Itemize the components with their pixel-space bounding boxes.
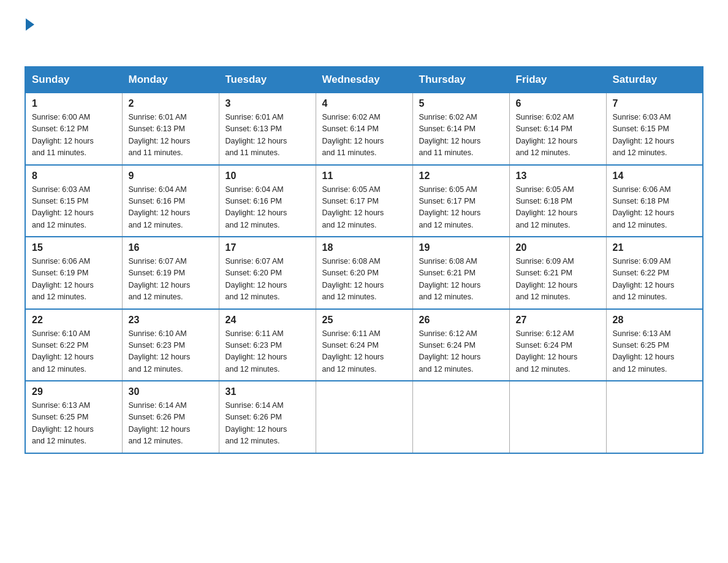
day-number: 20 (516, 242, 600, 253)
day-info: Sunrise: 6:02 AM Sunset: 6:14 PM Dayligh… (516, 112, 600, 159)
day-info: Sunrise: 6:01 AM Sunset: 6:13 PM Dayligh… (226, 112, 309, 159)
day-info: Sunrise: 6:05 AM Sunset: 6:18 PM Dayligh… (516, 184, 600, 232)
day-info: Sunrise: 6:10 AM Sunset: 6:22 PM Dayligh… (32, 328, 116, 376)
day-info: Sunrise: 6:11 AM Sunset: 6:23 PM Dayligh… (226, 328, 309, 376)
day-number: 18 (322, 242, 406, 253)
day-number: 25 (322, 315, 406, 326)
day-number: 21 (613, 242, 697, 253)
day-info: Sunrise: 6:06 AM Sunset: 6:18 PM Dayligh… (613, 184, 697, 232)
day-info: Sunrise: 6:07 AM Sunset: 6:20 PM Dayligh… (226, 256, 309, 304)
calendar-cell: 28 Sunrise: 6:13 AM Sunset: 6:25 PM Dayl… (606, 309, 703, 381)
day-number: 5 (419, 98, 503, 109)
day-info: Sunrise: 6:12 AM Sunset: 6:24 PM Dayligh… (419, 328, 503, 376)
calendar-cell: 16 Sunrise: 6:07 AM Sunset: 6:19 PM Dayl… (122, 237, 219, 309)
calendar-table: SundayMondayTuesdayWednesdayThursdayFrid… (25, 66, 703, 454)
calendar-cell: 6 Sunrise: 6:02 AM Sunset: 6:14 PM Dayli… (509, 93, 606, 165)
day-number: 17 (226, 242, 309, 253)
logo-arrow-icon (26, 18, 34, 31)
day-number: 23 (129, 315, 213, 326)
day-info: Sunrise: 6:03 AM Sunset: 6:15 PM Dayligh… (613, 112, 697, 159)
day-info: Sunrise: 6:09 AM Sunset: 6:21 PM Dayligh… (516, 256, 600, 304)
calendar-cell: 7 Sunrise: 6:03 AM Sunset: 6:15 PM Dayli… (606, 93, 703, 165)
day-number: 7 (613, 98, 697, 109)
day-info: Sunrise: 6:09 AM Sunset: 6:22 PM Dayligh… (613, 256, 697, 304)
calendar-cell: 14 Sunrise: 6:06 AM Sunset: 6:18 PM Dayl… (606, 165, 703, 237)
day-info: Sunrise: 6:11 AM Sunset: 6:24 PM Dayligh… (322, 328, 406, 376)
day-info: Sunrise: 6:14 AM Sunset: 6:26 PM Dayligh… (226, 400, 309, 448)
calendar-cell: 24 Sunrise: 6:11 AM Sunset: 6:23 PM Dayl… (219, 309, 316, 381)
day-number: 22 (32, 315, 116, 326)
day-info: Sunrise: 6:02 AM Sunset: 6:14 PM Dayligh… (419, 112, 503, 159)
day-number: 13 (516, 170, 600, 182)
column-header-thursday: Thursday (412, 67, 509, 93)
day-number: 1 (32, 98, 116, 109)
day-number: 8 (32, 170, 116, 182)
day-number: 3 (226, 98, 309, 109)
day-number: 2 (129, 98, 213, 109)
calendar-cell: 22 Sunrise: 6:10 AM Sunset: 6:22 PM Dayl… (25, 309, 122, 381)
calendar-cell: 17 Sunrise: 6:07 AM Sunset: 6:20 PM Dayl… (219, 237, 316, 309)
day-number: 27 (516, 315, 600, 326)
day-number: 12 (419, 170, 503, 182)
day-info: Sunrise: 6:02 AM Sunset: 6:14 PM Dayligh… (322, 112, 406, 159)
day-number: 10 (226, 170, 309, 182)
day-info: Sunrise: 6:10 AM Sunset: 6:23 PM Dayligh… (129, 328, 213, 376)
day-info: Sunrise: 6:00 AM Sunset: 6:12 PM Dayligh… (32, 112, 116, 159)
day-info: Sunrise: 6:08 AM Sunset: 6:20 PM Dayligh… (322, 256, 406, 304)
page-header (25, 18, 703, 54)
day-info: Sunrise: 6:03 AM Sunset: 6:15 PM Dayligh… (32, 184, 116, 232)
day-number: 26 (419, 315, 503, 326)
calendar-cell: 30 Sunrise: 6:14 AM Sunset: 6:26 PM Dayl… (122, 381, 219, 453)
calendar-cell: 20 Sunrise: 6:09 AM Sunset: 6:21 PM Dayl… (509, 237, 606, 309)
day-info: Sunrise: 6:07 AM Sunset: 6:19 PM Dayligh… (129, 256, 213, 304)
calendar-cell (606, 381, 703, 453)
calendar-cell: 12 Sunrise: 6:05 AM Sunset: 6:17 PM Dayl… (412, 165, 509, 237)
calendar-cell: 11 Sunrise: 6:05 AM Sunset: 6:17 PM Dayl… (316, 165, 412, 237)
calendar-header-row: SundayMondayTuesdayWednesdayThursdayFrid… (25, 67, 703, 93)
calendar-cell: 8 Sunrise: 6:03 AM Sunset: 6:15 PM Dayli… (25, 165, 122, 237)
day-number: 29 (32, 386, 116, 397)
calendar-week-row: 8 Sunrise: 6:03 AM Sunset: 6:15 PM Dayli… (25, 165, 703, 237)
day-number: 30 (129, 386, 213, 397)
calendar-cell: 5 Sunrise: 6:02 AM Sunset: 6:14 PM Dayli… (412, 93, 509, 165)
calendar-cell: 4 Sunrise: 6:02 AM Sunset: 6:14 PM Dayli… (316, 93, 412, 165)
column-header-monday: Monday (122, 67, 219, 93)
day-info: Sunrise: 6:01 AM Sunset: 6:13 PM Dayligh… (129, 112, 213, 159)
day-number: 24 (226, 315, 309, 326)
day-info: Sunrise: 6:14 AM Sunset: 6:26 PM Dayligh… (129, 400, 213, 448)
calendar-week-row: 15 Sunrise: 6:06 AM Sunset: 6:19 PM Dayl… (25, 237, 703, 309)
calendar-cell (509, 381, 606, 453)
column-header-tuesday: Tuesday (219, 67, 316, 93)
calendar-week-row: 1 Sunrise: 6:00 AM Sunset: 6:12 PM Dayli… (25, 93, 703, 165)
day-number: 31 (226, 386, 309, 397)
day-number: 14 (613, 170, 697, 182)
calendar-cell: 19 Sunrise: 6:08 AM Sunset: 6:21 PM Dayl… (412, 237, 509, 309)
calendar-cell: 29 Sunrise: 6:13 AM Sunset: 6:25 PM Dayl… (25, 381, 122, 453)
day-info: Sunrise: 6:08 AM Sunset: 6:21 PM Dayligh… (419, 256, 503, 304)
calendar-cell: 18 Sunrise: 6:08 AM Sunset: 6:20 PM Dayl… (316, 237, 412, 309)
calendar-cell: 13 Sunrise: 6:05 AM Sunset: 6:18 PM Dayl… (509, 165, 606, 237)
calendar-cell: 26 Sunrise: 6:12 AM Sunset: 6:24 PM Dayl… (412, 309, 509, 381)
calendar-cell (412, 381, 509, 453)
calendar-cell: 27 Sunrise: 6:12 AM Sunset: 6:24 PM Dayl… (509, 309, 606, 381)
day-info: Sunrise: 6:05 AM Sunset: 6:17 PM Dayligh… (419, 184, 503, 232)
calendar-cell (316, 381, 412, 453)
day-info: Sunrise: 6:12 AM Sunset: 6:24 PM Dayligh… (516, 328, 600, 376)
calendar-week-row: 29 Sunrise: 6:13 AM Sunset: 6:25 PM Dayl… (25, 381, 703, 453)
column-header-wednesday: Wednesday (316, 67, 412, 93)
logo (25, 18, 34, 54)
day-info: Sunrise: 6:06 AM Sunset: 6:19 PM Dayligh… (32, 256, 116, 304)
day-info: Sunrise: 6:04 AM Sunset: 6:16 PM Dayligh… (226, 184, 309, 232)
calendar-cell: 23 Sunrise: 6:10 AM Sunset: 6:23 PM Dayl… (122, 309, 219, 381)
calendar-cell: 15 Sunrise: 6:06 AM Sunset: 6:19 PM Dayl… (25, 237, 122, 309)
calendar-cell: 1 Sunrise: 6:00 AM Sunset: 6:12 PM Dayli… (25, 93, 122, 165)
day-number: 9 (129, 170, 213, 182)
calendar-cell: 2 Sunrise: 6:01 AM Sunset: 6:13 PM Dayli… (122, 93, 219, 165)
day-info: Sunrise: 6:04 AM Sunset: 6:16 PM Dayligh… (129, 184, 213, 232)
day-info: Sunrise: 6:13 AM Sunset: 6:25 PM Dayligh… (613, 328, 697, 376)
calendar-cell: 9 Sunrise: 6:04 AM Sunset: 6:16 PM Dayli… (122, 165, 219, 237)
day-number: 28 (613, 315, 697, 326)
day-number: 11 (322, 170, 406, 182)
day-number: 4 (322, 98, 406, 109)
column-header-sunday: Sunday (25, 67, 122, 93)
